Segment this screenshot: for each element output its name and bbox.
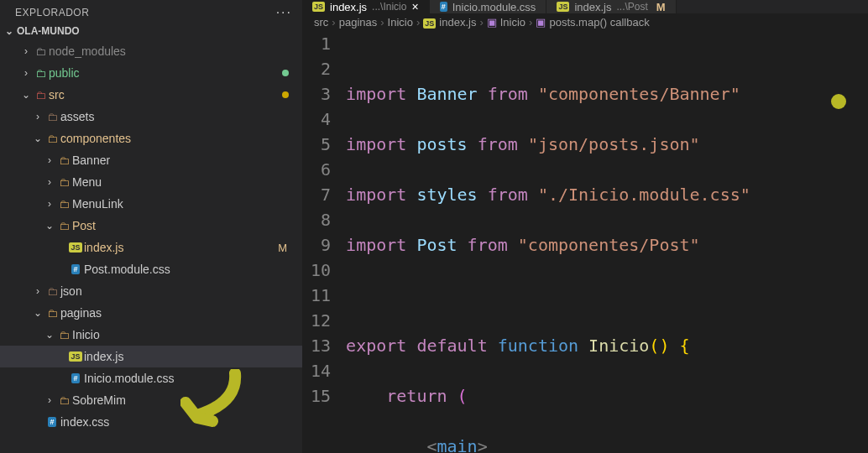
tree-item[interactable]: ›🗀assets xyxy=(0,106,302,128)
project-name: OLA-MUNDO xyxy=(17,25,80,37)
breadcrumb-item[interactable]: paginas xyxy=(339,16,378,29)
line-number: 3 xyxy=(311,81,331,107)
breadcrumb-separator: › xyxy=(332,16,335,29)
line-number: 9 xyxy=(311,232,331,258)
close-icon[interactable]: × xyxy=(411,0,418,13)
js-icon: JS xyxy=(69,242,81,253)
chevron-right-icon: › xyxy=(32,285,44,297)
tree-item[interactable]: #Inicio.module.css xyxy=(0,367,302,389)
tree-item-label: index.css xyxy=(60,415,294,429)
file-explorer-sidebar: EXPLORADOR ··· ⌄ OLA-MUNDO ›🗀node_module… xyxy=(0,0,302,453)
tree-item-label: index.js xyxy=(84,350,294,363)
tree-item[interactable]: JSindex.js xyxy=(0,346,302,367)
line-number: 15 xyxy=(311,383,331,409)
status-dot xyxy=(282,91,289,98)
editor-area: JS index.js ...\Inicio ×# Inicio.module.… xyxy=(302,0,868,453)
tree-item[interactable]: ›🗀Menu xyxy=(0,171,302,193)
line-number: 7 xyxy=(311,182,331,207)
breadcrumb-separator: › xyxy=(416,16,420,29)
symbol-icon: ▣ xyxy=(536,16,546,29)
modified-badge: M xyxy=(656,1,666,13)
tree-item[interactable]: ›🗀public xyxy=(0,62,302,84)
explorer-title: EXPLORADOR xyxy=(15,7,89,18)
line-number: 14 xyxy=(311,358,331,383)
css-icon: # xyxy=(71,264,79,274)
tree-item[interactable]: #Post.module.css xyxy=(0,258,302,280)
tree-item[interactable]: ›🗀json xyxy=(0,280,302,302)
chevron-right-icon: › xyxy=(20,67,32,79)
tab-bar: JS index.js ...\Inicio ×# Inicio.module.… xyxy=(302,0,868,13)
tree-item-label: Banner xyxy=(72,154,294,167)
js-icon: JS xyxy=(69,351,81,362)
status-dot xyxy=(282,70,289,76)
modified-badge: M xyxy=(278,242,287,254)
line-number: 12 xyxy=(311,308,331,333)
chevron-right-icon: › xyxy=(20,45,32,57)
tree-item-label: node_modules xyxy=(49,44,294,58)
breadcrumb-separator: › xyxy=(380,16,384,29)
editor-tab[interactable]: JS index.js ...\Inicio × xyxy=(302,0,430,13)
folder-icon: 🗀 xyxy=(47,111,58,123)
breadcrumb[interactable]: src›paginas›Inicio›JSindex.js›▣Inicio›▣p… xyxy=(302,13,868,31)
code-editor[interactable]: 123456789101112131415 import Banner from… xyxy=(302,31,868,453)
editor-tab[interactable]: # Inicio.module.css xyxy=(430,0,547,13)
editor-tab[interactable]: JS index.js ...\Post M xyxy=(546,0,676,13)
line-number: 1 xyxy=(311,31,331,56)
tab-sublabel: ...\Post xyxy=(616,1,647,13)
tree-item-label: SobreMim xyxy=(72,393,294,407)
chevron-down-icon: ⌄ xyxy=(20,89,32,101)
css-icon: # xyxy=(440,2,447,12)
js-icon: JS xyxy=(557,2,569,12)
tree-item[interactable]: ›🗀Banner xyxy=(0,149,302,171)
line-number: 11 xyxy=(311,283,331,308)
tree-item[interactable]: ⌄🗀Post xyxy=(0,215,302,237)
line-number: 4 xyxy=(311,107,331,132)
folder-open-icon: 🗀 xyxy=(47,133,58,145)
more-icon[interactable]: ··· xyxy=(276,5,292,20)
breadcrumb-separator: › xyxy=(479,16,483,29)
symbol-icon: ▣ xyxy=(487,16,497,29)
tree-item[interactable]: ›🗀SobreMim xyxy=(0,389,302,411)
chevron-down-icon: ⌄ xyxy=(3,25,15,37)
project-root[interactable]: ⌄ OLA-MUNDO xyxy=(0,22,302,40)
tree-item-label: MenuLink xyxy=(72,197,294,211)
js-icon: JS xyxy=(423,18,436,29)
breadcrumb-item[interactable]: index.js xyxy=(439,16,476,29)
tree-item-label: componentes xyxy=(60,132,294,145)
chevron-down-icon: ⌄ xyxy=(32,307,44,319)
tree-item[interactable]: ⌄🗀src xyxy=(0,84,302,106)
folder-open-icon: 🗀 xyxy=(59,220,70,232)
line-gutter: 123456789101112131415 xyxy=(302,31,346,453)
file-tree: ›🗀node_modules›🗀public⌄🗀src›🗀assets⌄🗀com… xyxy=(0,40,302,453)
folder-icon: 🗀 xyxy=(35,45,46,58)
tree-item-label: Inicio xyxy=(72,328,294,341)
chevron-right-icon: › xyxy=(32,111,44,122)
chevron-down-icon: ⌄ xyxy=(32,133,44,144)
tree-item[interactable]: ›🗀MenuLink xyxy=(0,193,302,215)
tree-item[interactable]: #index.css xyxy=(0,411,302,433)
js-icon: JS xyxy=(312,2,325,12)
code-content[interactable]: import Banner from "componentes/Banner" … xyxy=(346,31,868,453)
chevron-right-icon: › xyxy=(44,394,55,406)
breadcrumb-item[interactable]: src xyxy=(314,16,328,29)
breadcrumb-item[interactable]: Inicio xyxy=(388,16,413,29)
breadcrumb-item[interactable]: Inicio xyxy=(500,16,526,29)
tree-item[interactable]: JSindex.jsM xyxy=(0,237,302,258)
tree-item-label: Post.module.css xyxy=(84,263,294,276)
annotation-dot xyxy=(831,94,846,109)
line-number: 10 xyxy=(311,258,331,283)
tab-label: Inicio.module.css xyxy=(452,1,536,13)
line-number: 2 xyxy=(311,56,331,81)
tab-sublabel: ...\Inicio xyxy=(372,1,406,13)
tree-item[interactable]: ⌄🗀componentes xyxy=(0,128,302,149)
tree-item[interactable]: ⌄🗀Inicio xyxy=(0,324,302,346)
folder-open-icon: 🗀 xyxy=(59,329,70,341)
tree-item[interactable]: ›🗀node_modules xyxy=(0,40,302,62)
folder-icon: 🗀 xyxy=(59,154,70,167)
tree-item[interactable]: ⌄🗀paginas xyxy=(0,302,302,324)
tab-label: index.js xyxy=(574,1,611,13)
tree-item-label: paginas xyxy=(60,306,294,320)
breadcrumb-item[interactable]: posts.map() callback xyxy=(549,16,649,29)
folder-icon: 🗀 xyxy=(35,89,46,102)
tree-item-label: json xyxy=(60,284,294,298)
